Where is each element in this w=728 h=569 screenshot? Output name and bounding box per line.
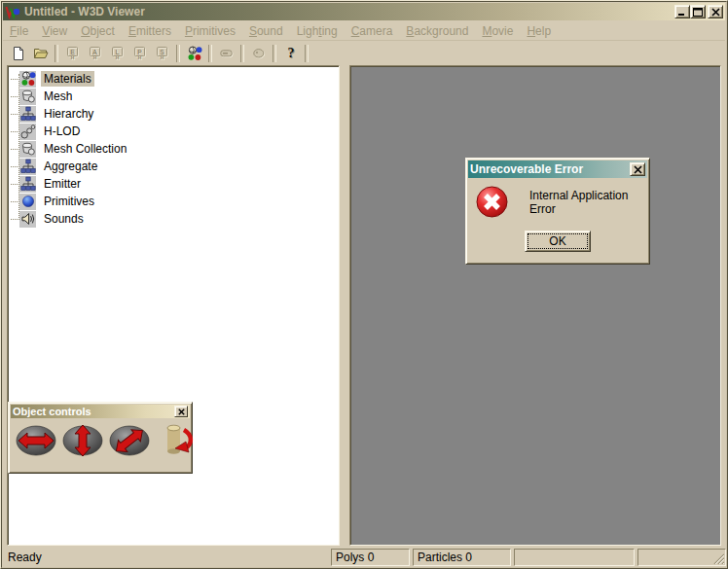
menu-item-camera[interactable]: Camera (345, 22, 400, 40)
letter-s-icon: S S H H (155, 46, 170, 61)
open-file-button[interactable] (29, 43, 52, 64)
letter-e-icon: E E H H (65, 46, 81, 61)
status-bar: Ready Polys 0 Particles 0 (2, 548, 726, 567)
close-icon (634, 165, 642, 174)
pill-icon (219, 46, 235, 61)
menu-item-background[interactable]: Background (399, 22, 475, 40)
sound-toolbar-button[interactable]: S S H H (151, 43, 173, 64)
tree-item-mesh[interactable]: Mesh (8, 88, 339, 105)
new-file-button[interactable] (7, 43, 29, 64)
mesh-icon (19, 89, 36, 105)
toolbar-separator (240, 45, 244, 62)
hierarchy-icon (19, 106, 36, 123)
asset-tree: Materials Mesh (8, 66, 339, 228)
letter-l-icon: L L H H (110, 46, 126, 61)
dialog-title-bar[interactable]: Unrecoverable Error (468, 160, 647, 178)
tree-item-mesh-collection[interactable]: Mesh Collection (8, 140, 339, 158)
aggregate-icon (19, 159, 36, 175)
toolbar-pill-button[interactable] (215, 43, 237, 64)
tree-item-primitives[interactable]: Primitives (8, 193, 339, 210)
svg-text:H: H (92, 54, 96, 60)
help-icon: ? ? (283, 46, 299, 61)
emitter-toolbar-button[interactable]: E E H H (61, 43, 84, 64)
maximize-icon (693, 8, 703, 17)
status-particles: Particles 0 (413, 549, 511, 566)
toolbar-separator (55, 45, 58, 62)
menu-item-emitters[interactable]: Emitters (122, 22, 178, 40)
tree-item-hierarchy[interactable]: Hierarchy (8, 105, 339, 123)
status-empty-1 (514, 549, 635, 566)
palette-title-bar[interactable]: Object controls (11, 405, 190, 418)
tree-item-materials[interactable]: Materials (8, 70, 339, 88)
svg-text:H: H (115, 54, 119, 60)
menu-item-primitives[interactable]: Primitives (178, 22, 242, 40)
palette-buttons (9, 420, 192, 459)
minimize-button[interactable] (674, 5, 690, 18)
menu-bar: File View Object Emitters Primitives Sou… (3, 21, 725, 40)
blob-icon (251, 46, 267, 61)
status-polys: Polys 0 (331, 549, 410, 566)
translate-xy-button[interactable] (108, 422, 151, 459)
palette-close-button[interactable] (174, 406, 188, 417)
dialog-close-button[interactable] (630, 162, 645, 176)
vertical-arrows-icon (61, 423, 104, 458)
primitives-icon (19, 194, 36, 210)
menu-item-file[interactable]: File (3, 22, 35, 40)
tree-item-hlod[interactable]: H-LOD (8, 123, 339, 140)
svg-text:H: H (137, 54, 141, 60)
aggregate-toolbar-button[interactable]: A A H H (84, 43, 106, 64)
rotate-object-button[interactable] (155, 422, 194, 459)
toolbar-separator (305, 45, 309, 62)
mesh-collection-icon (19, 141, 36, 158)
dialog-title: Unrecoverable Error (470, 162, 630, 176)
app-icon (5, 4, 20, 19)
rotate-cylinder-icon (155, 422, 194, 459)
menu-item-view[interactable]: View (35, 22, 74, 40)
toolbar-separator (273, 45, 276, 62)
error-icon (476, 186, 508, 218)
materials-toolbar-button[interactable] (183, 43, 205, 64)
minimize-icon (677, 8, 687, 17)
close-button[interactable] (708, 5, 723, 18)
panel-splitter[interactable] (340, 65, 349, 546)
horizontal-arrows-icon (15, 423, 57, 458)
palette-title: Object controls (13, 406, 174, 417)
window-title: Untitled - W3D Viewer (24, 5, 674, 18)
status-message: Ready (2, 549, 328, 566)
help-button[interactable]: ? ? (279, 43, 302, 64)
menu-item-sound[interactable]: Sound (242, 22, 290, 40)
resize-grip[interactable] (711, 551, 724, 564)
maximize-button[interactable] (690, 5, 706, 18)
svg-text:H: H (70, 54, 74, 60)
error-dialog: Unrecoverable Error Internal Application… (465, 158, 650, 265)
menu-item-movie[interactable]: Movie (475, 22, 520, 40)
toolbar: E E H H A A H H L L H H P P (3, 40, 725, 66)
ok-button[interactable]: OK (525, 231, 591, 252)
menu-item-lighting[interactable]: Lighting (290, 22, 345, 40)
3d-viewport[interactable] (349, 65, 721, 546)
close-icon (178, 409, 185, 415)
open-folder-icon (33, 46, 49, 61)
w3d-viewer-window: { "window": { "title": "Untitled - W3D V… (0, 0, 728, 569)
primitives-toolbar-button[interactable]: P P H H (128, 43, 151, 64)
toolbar-separator (176, 45, 180, 62)
translate-y-button[interactable] (61, 422, 104, 459)
menu-item-object[interactable]: Object (74, 22, 122, 40)
object-controls-palette: Object controls (8, 402, 193, 474)
materials-icon (19, 71, 36, 88)
tree-item-sounds[interactable]: Sounds (8, 210, 339, 228)
hlod-icon (19, 124, 36, 140)
toolbar-blob-button[interactable] (247, 43, 270, 64)
title-bar[interactable]: Untitled - W3D Viewer (3, 3, 725, 20)
translate-x-button[interactable] (15, 422, 57, 459)
close-icon (711, 8, 720, 17)
speaker-icon (19, 211, 36, 228)
materials-icon (187, 46, 202, 61)
lod-toolbar-button[interactable]: L L H H (106, 43, 128, 64)
error-message: Internal Application Error (529, 189, 641, 216)
menu-item-help[interactable]: Help (520, 22, 558, 40)
tree-item-emitter[interactable]: Emitter (8, 175, 339, 193)
dialog-body: Internal Application Error (466, 180, 649, 218)
emitter-icon (19, 176, 36, 193)
tree-item-aggregate[interactable]: Aggregate (8, 158, 339, 175)
